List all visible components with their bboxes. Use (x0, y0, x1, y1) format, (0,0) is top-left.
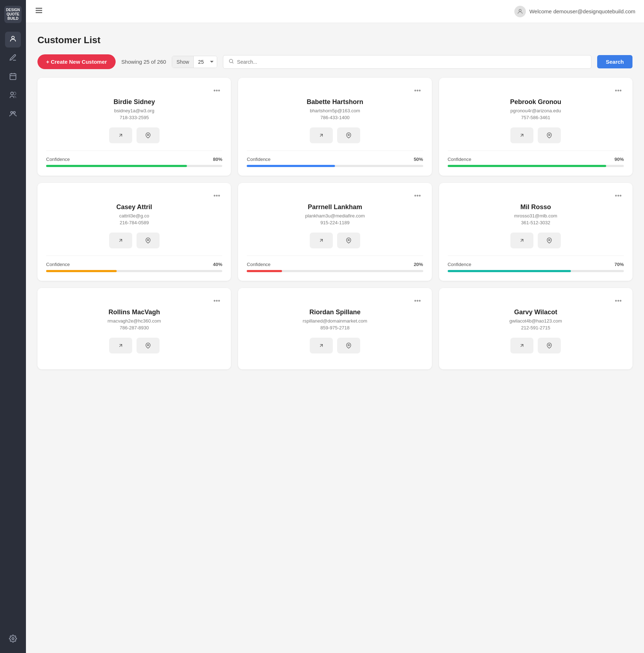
show-label: Show (172, 56, 194, 68)
sidebar-item-users[interactable] (5, 32, 21, 48)
search-wrapper (223, 55, 591, 69)
search-input[interactable] (237, 59, 586, 65)
group-icon (9, 110, 17, 120)
customer-email: mrosso31@mlb.com (448, 213, 624, 219)
customer-email: cattril3e@g.co (46, 213, 222, 219)
card-menu-button[interactable]: ••• (211, 192, 222, 201)
show-select[interactable]: 10 25 50 100 (194, 56, 217, 68)
card-menu-button[interactable]: ••• (412, 297, 423, 306)
customer-name: Riordan Spillane (247, 309, 423, 316)
customer-phone: 786-287-8930 (46, 325, 222, 330)
confidence-section: Confidence 80% (46, 150, 222, 167)
customer-card: ••• Mil Rosso mrosso31@mlb.com 361-512-3… (439, 183, 632, 281)
edit-button[interactable] (310, 338, 333, 353)
customer-card: ••• Casey Attril cattril3e@g.co 216-784-… (37, 183, 231, 281)
card-menu-button[interactable]: ••• (613, 297, 624, 306)
svg-point-5 (11, 92, 13, 94)
card-header: ••• (46, 192, 222, 201)
user-avatar-icon (514, 6, 526, 17)
sidebar-nav (5, 32, 21, 647)
edit-button[interactable] (310, 233, 333, 248)
card-actions (247, 127, 423, 143)
confidence-section: Confidence 40% (46, 256, 222, 272)
app-logo[interactable]: DESIGN QUOTE BUILD (4, 6, 22, 23)
location-button[interactable] (137, 338, 160, 353)
customer-phone: 859-975-2718 (247, 325, 423, 330)
location-button[interactable] (538, 233, 561, 248)
svg-rect-1 (10, 73, 16, 80)
customer-phone: 718-333-2595 (46, 115, 222, 120)
location-button[interactable] (337, 233, 360, 248)
progress-bar-fill (448, 165, 606, 167)
users-icon (9, 35, 17, 45)
edit-button[interactable] (109, 233, 132, 248)
location-button[interactable] (538, 338, 561, 353)
main-content: Customer List + Create New Customer Show… (26, 23, 644, 653)
sidebar-item-calendar[interactable] (5, 69, 21, 85)
svg-point-24 (549, 344, 550, 346)
customer-name: Babette Hartshorn (247, 98, 423, 106)
svg-point-0 (12, 36, 14, 39)
customer-phone: 757-586-3461 (448, 115, 624, 120)
location-button[interactable] (538, 127, 561, 143)
card-actions (46, 233, 222, 248)
edit-button[interactable] (109, 127, 132, 143)
confidence-value: 40% (213, 262, 222, 267)
customer-card: ••• Garvy Wilacot gwilacot4b@hao123.com … (439, 288, 632, 369)
card-menu-button[interactable]: ••• (613, 192, 624, 201)
customer-name: Pebrook Gronou (448, 98, 624, 106)
card-menu-button[interactable]: ••• (211, 86, 222, 95)
customer-name: Rollins MacVagh (46, 309, 222, 316)
location-button[interactable] (137, 127, 160, 143)
location-button[interactable] (137, 233, 160, 248)
create-customer-button[interactable]: + Create New Customer (37, 54, 116, 69)
sidebar-item-team[interactable] (5, 88, 21, 104)
svg-point-23 (348, 344, 349, 346)
progress-bar-bg (46, 270, 222, 272)
confidence-label: Confidence (448, 262, 471, 267)
sidebar-item-settings[interactable] (5, 631, 21, 647)
edit-button[interactable] (510, 338, 533, 353)
svg-point-13 (519, 9, 521, 12)
edit-button[interactable] (109, 338, 132, 353)
page-title: Customer List (37, 35, 632, 46)
card-actions (247, 233, 423, 248)
customer-card: ••• Parrnell Lankham plankham3u@mediafir… (238, 183, 431, 281)
card-menu-button[interactable]: ••• (613, 86, 624, 95)
customer-card: ••• Babette Hartshorn bhartshorn5p@163.c… (238, 78, 431, 176)
card-actions (448, 233, 624, 248)
edit-button[interactable] (510, 127, 533, 143)
confidence-value: 80% (213, 157, 222, 162)
location-button[interactable] (337, 338, 360, 353)
customer-phone: 216-784-0589 (46, 220, 222, 225)
card-menu-button[interactable]: ••• (211, 297, 222, 306)
customer-name: Garvy Wilacot (448, 309, 624, 316)
svg-point-21 (549, 239, 550, 241)
progress-bar-bg (247, 270, 423, 272)
location-button[interactable] (337, 127, 360, 143)
card-actions (448, 127, 624, 143)
confidence-label: Confidence (46, 157, 70, 162)
confidence-value: 70% (614, 262, 624, 267)
menu-icon[interactable] (35, 6, 43, 17)
team-icon (9, 91, 17, 101)
calendar-icon (9, 72, 17, 82)
card-menu-button[interactable]: ••• (412, 86, 423, 95)
search-button[interactable]: Search (597, 55, 632, 68)
edit-button[interactable] (310, 127, 333, 143)
pencil-icon (9, 54, 17, 63)
card-actions (448, 338, 624, 353)
svg-point-17 (348, 134, 349, 136)
sidebar-item-group[interactable] (5, 107, 21, 122)
customer-phone: 915-224-1189 (247, 220, 423, 225)
card-header: ••• (247, 192, 423, 201)
edit-button[interactable] (510, 233, 533, 248)
progress-bar-fill (448, 270, 571, 272)
show-control: Show 10 25 50 100 (172, 56, 217, 68)
confidence-section: Confidence 90% (448, 150, 624, 167)
card-header: ••• (247, 86, 423, 95)
sidebar-item-tools[interactable] (5, 50, 21, 66)
logo-text: DESIGN QUOTE BUILD (4, 8, 22, 21)
card-menu-button[interactable]: ••• (412, 192, 423, 201)
sidebar: DESIGN QUOTE BUILD (0, 0, 26, 653)
